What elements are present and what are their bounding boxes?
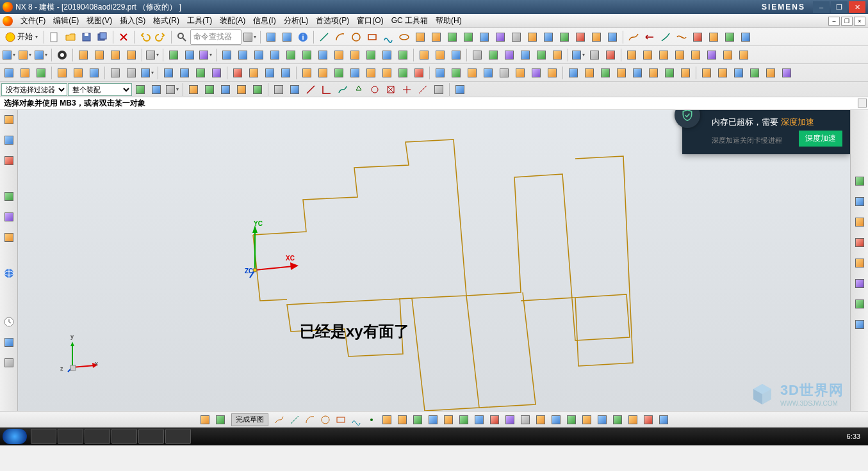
curve-analysis-1-button[interactable] [626,29,641,45]
sketch-update-button[interactable] [564,413,578,427]
analysis-3-button[interactable] [464,65,480,81]
menu-file[interactable]: 文件(F) [17,14,49,28]
part-navigator-button[interactable] [2,113,16,127]
analysis-7-button[interactable] [528,65,544,81]
edge-blend-button[interactable] [736,47,751,63]
layer-category-button[interactable] [193,65,208,81]
info-button[interactable]: i [295,29,311,45]
open-file-button[interactable] [63,29,78,45]
add-component-button[interactable] [17,65,33,81]
constraint-button[interactable] [54,65,70,81]
roles-button[interactable] [2,335,16,349]
sketch-extra-2-button[interactable] [595,413,609,427]
synchronous-6-button[interactable] [779,65,794,81]
doc-minimize-button[interactable]: – [828,17,840,26]
right-tool-1[interactable] [853,174,867,188]
curve-analysis-7-button[interactable] [722,29,737,45]
text-curve-button[interactable] [509,29,524,45]
sketch-rectangle-button[interactable] [334,413,348,427]
split-curve-button[interactable] [605,29,620,45]
sketch-orient-button[interactable] [213,413,227,427]
analysis-5-button[interactable] [496,65,512,81]
snap-grid-2-button[interactable] [287,82,302,97]
subtract-button[interactable] [640,47,655,63]
cone-button[interactable] [108,47,123,63]
render-1-button[interactable] [566,65,581,81]
assembly-navigator-button[interactable] [2,133,16,147]
face-blend-button[interactable] [395,47,411,63]
curve-analysis-8-button[interactable] [738,29,753,45]
sew-button[interactable] [416,47,432,63]
menu-information[interactable]: 信息(I) [249,14,279,28]
silhouette-flange-button[interactable] [379,47,395,63]
command-finder-icon[interactable] [174,29,190,45]
wave-link-button[interactable] [108,65,123,81]
hole-button[interactable]: ▾ [145,47,160,63]
color-region-button[interactable] [230,65,245,81]
synchronous-3-button[interactable] [731,65,746,81]
unite-button[interactable] [624,47,639,63]
layer-settings-button[interactable] [161,65,176,81]
move-component-button[interactable] [33,65,49,81]
snap-center-button[interactable] [234,82,249,97]
analysis-1-button[interactable] [432,65,448,81]
sketch-reattach-button[interactable] [549,413,563,427]
menu-gc-toolkit[interactable]: GC 工具箱 [388,14,432,28]
taskbar-app-2[interactable] [58,429,83,444]
menu-insert[interactable]: 插入(S) [116,14,149,28]
clock-tab-button[interactable] [2,315,16,329]
render-3-button[interactable] [598,65,613,81]
hd3d-button[interactable] [2,210,16,224]
right-tool-8[interactable] [853,317,867,331]
right-tool-6[interactable] [853,276,867,291]
right-tool-5[interactable] [853,256,867,270]
sketch-button[interactable]: ▾ [1,47,17,63]
mold-wizard-button[interactable] [278,65,293,81]
right-tool-7[interactable] [853,297,867,311]
constraint-navigator-button[interactable] [2,154,16,168]
synchronous-4-button[interactable] [747,65,762,81]
swept-button[interactable] [251,47,266,63]
offset-surface-button[interactable] [315,47,331,63]
project-curve-button[interactable] [445,29,460,45]
extend-sheet-button[interactable] [347,47,363,63]
notify-action-button[interactable]: 深度加速 [799,131,842,147]
law-curve-button[interactable] [541,29,556,45]
sketch-profile-button[interactable] [272,413,286,427]
measure-angle-button[interactable] [587,47,602,63]
show-hide-constraint-button[interactable] [70,65,86,81]
menu-analysis[interactable]: 分析(L) [280,14,313,28]
history-button[interactable] [2,230,16,244]
snap-arc-button[interactable] [351,82,366,97]
selection-scope-dropdown[interactable]: 整个装配 [68,83,132,96]
snap-tangent-button[interactable] [303,82,318,97]
prompt-collapse-button[interactable] [858,99,867,108]
sketch-extend-button[interactable] [426,413,440,427]
rectangle-tool-button[interactable] [364,29,380,45]
curve-analysis-5-button[interactable] [690,29,705,45]
composite-curve-button[interactable] [493,29,508,45]
trimmed-sheet-button[interactable] [331,47,347,63]
filter-icon-2[interactable] [149,82,164,97]
delete-button[interactable] [116,29,131,45]
pocket-button[interactable] [182,47,197,63]
filter-icon-3[interactable]: ▾ [165,82,180,97]
sketch-project-button[interactable] [457,413,471,427]
mirror-feature-button[interactable] [315,65,331,81]
replace-face-button[interactable] [395,65,411,81]
through-curves-button[interactable] [219,47,234,63]
synchronous-2-button[interactable] [715,65,730,81]
bounded-plane-button[interactable] [283,47,299,63]
boss-button[interactable] [166,47,181,63]
sketch-extra-4-button[interactable] [626,413,640,427]
menu-view[interactable]: 视图(V) [83,14,116,28]
divide-face-button[interactable] [246,65,261,81]
taskbar-app-6[interactable] [165,429,191,444]
sketch-extra-5-button[interactable] [641,413,655,427]
view-cube-button[interactable] [452,82,468,97]
snap-pole-button[interactable] [383,82,398,97]
pad-button[interactable]: ▾ [198,47,213,63]
right-tool-2[interactable] [853,195,867,209]
sketch-extra-1-button[interactable] [580,413,594,427]
window-restore-button[interactable]: ❐ [831,1,848,13]
